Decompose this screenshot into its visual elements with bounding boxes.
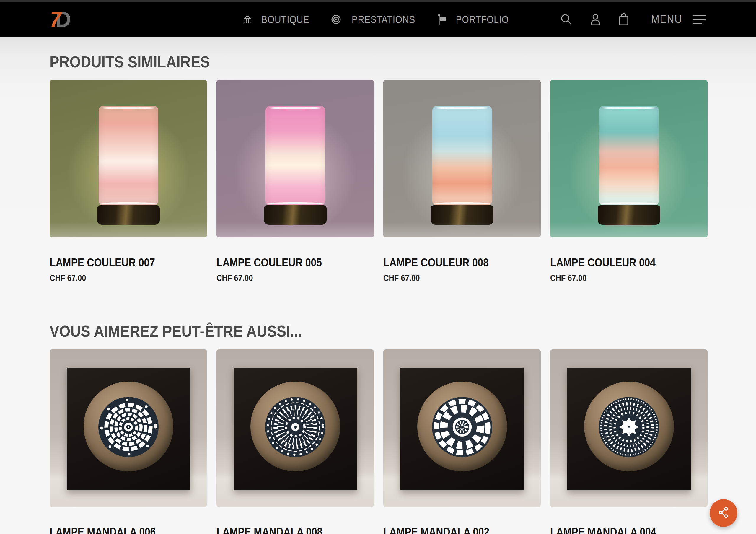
product-title[interactable]: LAMPE MANDALA 008 [216,526,374,534]
nav-item-label: PRESTATIONS [352,13,415,25]
product-price: CHF 67.00 [216,273,374,283]
product-image-lampe-couleur-007[interactable] [50,80,207,237]
product-card[interactable]: LAMPE COULEUR 004 CHF 67.00 [550,80,708,283]
flag-icon [438,14,446,25]
user-icon[interactable] [588,13,602,27]
nav-item-boutique[interactable]: BOUTIQUE [242,13,313,25]
main-navbar: 7D BOUTIQUE PRESTATIONS [0,2,756,37]
search-icon[interactable] [559,13,573,27]
browser-top-strip [0,0,756,2]
similar-products-grid: LAMPE COULEUR 007 CHF 67.00 LAMPE COULEU… [50,80,708,283]
navbar-actions: MENU [559,2,706,37]
shopping-bag-icon[interactable] [617,13,630,27]
related-products-grid: LAMPE MANDALA 006 LAMPE MANDALA 008 [50,349,708,534]
page-content: PRODUITS SIMILAIRES LAMPE COULEUR 007 CH… [0,37,756,534]
menu-toggle[interactable]: MENU [649,13,706,26]
product-title[interactable]: LAMPE COULEUR 005 [216,256,374,269]
share-button[interactable] [710,499,737,527]
nav-item-portfolio[interactable]: PORTFOLIO [438,13,514,25]
product-card[interactable]: LAMPE COULEUR 007 CHF 67.00 [50,80,207,283]
product-title[interactable]: LAMPE COULEUR 007 [50,256,207,269]
product-card[interactable]: LAMPE COULEUR 005 CHF 67.00 [216,80,374,283]
product-price: CHF 67.00 [383,273,541,283]
product-card[interactable]: LAMPE MANDALA 006 [50,349,207,534]
section-title-similar: PRODUITS SIMILAIRES [50,37,708,71]
product-card[interactable]: LAMPE COULEUR 008 CHF 67.00 [383,80,541,283]
product-image-lampe-couleur-005[interactable] [216,80,374,237]
product-image-lampe-mandala-006[interactable] [50,349,207,507]
nav-item-label: BOUTIQUE [261,13,309,25]
product-card[interactable]: LAMPE MANDALA 004 [550,349,708,534]
nav-item-prestations[interactable]: PRESTATIONS [331,13,421,25]
product-title[interactable]: LAMPE MANDALA 006 [50,526,207,534]
product-card[interactable]: LAMPE MANDALA 002 [383,349,541,534]
product-price: CHF 67.00 [550,273,708,283]
product-title[interactable]: LAMPE MANDALA 004 [550,526,708,534]
target-icon [331,14,341,25]
nav-item-label: PORTFOLIO [456,13,509,25]
product-card[interactable]: LAMPE MANDALA 008 [216,349,374,534]
hamburger-icon [693,15,706,24]
product-title[interactable]: LAMPE COULEUR 008 [383,256,541,269]
product-image-lampe-mandala-008[interactable] [216,349,374,507]
product-price: CHF 67.00 [50,273,207,283]
product-title[interactable]: LAMPE MANDALA 002 [383,526,541,534]
product-image-lampe-couleur-004[interactable] [550,80,708,237]
product-image-lampe-mandala-002[interactable] [383,349,541,507]
basket-icon [242,15,253,24]
product-title[interactable]: LAMPE COULEUR 004 [550,256,708,269]
product-image-lampe-couleur-008[interactable] [383,80,541,237]
section-title-related: VOUS AIMEREZ PEUT-ÊTRE AUSSI... [50,322,708,340]
share-icon [717,506,730,520]
menu-label: MENU [651,13,682,26]
product-image-lampe-mandala-004[interactable] [550,349,708,507]
